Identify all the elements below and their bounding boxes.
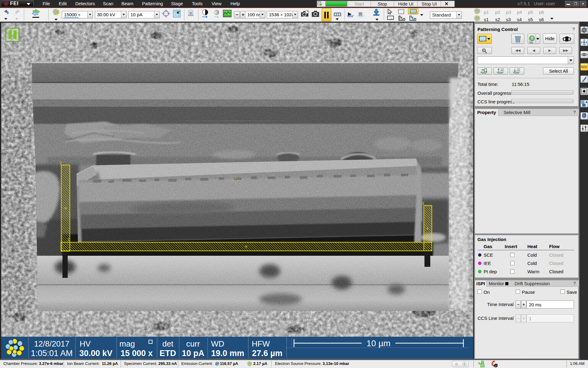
svg-text:1: 1 <box>67 238 70 242</box>
svg-text:2: 2 <box>60 161 62 165</box>
svg-text:i: i <box>464 362 465 366</box>
svg-text:3: 3 <box>422 201 424 206</box>
svg-text:10 µm: 10 µm <box>367 339 390 348</box>
svg-text:?: ? <box>531 36 533 41</box>
